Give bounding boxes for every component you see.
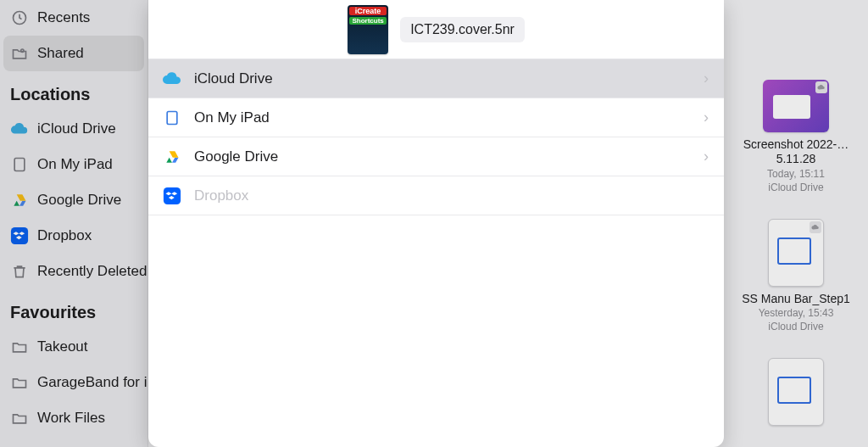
location-label: On My iPad [194, 109, 692, 126]
location-label: iCloud Drive [194, 70, 692, 87]
google-drive-icon [162, 147, 182, 167]
location-row-icloud-drive[interactable]: iCloud Drive › [148, 59, 724, 98]
folder-icon [10, 373, 29, 392]
file-thumbnail [768, 219, 824, 287]
sheet-header: iCreate Shortcuts ICT239.cover.5nr [148, 0, 724, 59]
ipad-icon [162, 108, 182, 128]
sidebar-item-garageband[interactable]: GarageBand for i [0, 365, 147, 400]
cloud-status-icon [815, 81, 827, 93]
sidebar-item-label: Recents [37, 9, 90, 26]
svg-rect-4 [167, 111, 177, 124]
file-name: SS Manu Bar_Step1 [742, 292, 850, 306]
sidebar-item-label: Google Drive [37, 192, 121, 209]
sidebar-item-dropbox[interactable]: Dropbox [0, 218, 147, 254]
shared-folder-icon [10, 44, 29, 63]
location-row-dropbox: Dropbox [148, 176, 724, 215]
sidebar-item-icloud-drive[interactable]: iCloud Drive [0, 111, 147, 147]
save-location-sheet: iCreate Shortcuts ICT239.cover.5nr iClou… [148, 0, 724, 447]
location-label: Google Drive [194, 148, 692, 165]
file-location: iCloud Drive [768, 182, 823, 193]
sidebar-item-shared[interactable]: Shared [3, 36, 144, 71]
file-thumbnail [768, 358, 824, 426]
svg-rect-3 [11, 227, 28, 244]
cloud-status-icon [810, 221, 821, 233]
sidebar-item-label: On My iPad [37, 156, 113, 173]
ipad-icon [10, 155, 29, 174]
svg-rect-5 [164, 187, 181, 204]
chevron-right-icon: › [704, 148, 709, 165]
section-header-locations: Locations [0, 71, 147, 111]
trash-icon [10, 262, 29, 281]
section-header-favourites: Favourites [0, 289, 147, 329]
file-item-ss-manu[interactable]: SS Manu Bar_Step1 Yesterday, 15:43 iClou… [729, 219, 863, 333]
clock-icon [10, 8, 29, 27]
file-name-field[interactable]: ICT239.cover.5nr [400, 17, 525, 42]
sidebar-item-recents[interactable]: Recents [0, 0, 147, 36]
folder-icon [10, 409, 29, 427]
svg-point-1 [21, 49, 24, 52]
file-cover-thumbnail: iCreate Shortcuts [348, 5, 388, 54]
sidebar-item-label: Takeout [37, 338, 88, 355]
location-list: iCloud Drive › On My iPad › Google Drive… [148, 59, 724, 215]
sidebar-item-label: iCloud Drive [37, 120, 116, 137]
file-grid: Screenshot 2022-…5.11.28 Today, 15:11 iC… [724, 0, 868, 447]
sidebar-item-work-files[interactable]: Work Files [0, 400, 147, 436]
sidebar-item-label: Shared [37, 45, 84, 62]
icloud-icon [162, 69, 182, 89]
sidebar-item-google-drive[interactable]: Google Drive [0, 182, 147, 218]
svg-rect-2 [14, 159, 25, 171]
file-date: Yesterday, 15:43 [759, 307, 834, 319]
file-date: Today, 15:11 [767, 168, 825, 180]
google-drive-icon [10, 191, 29, 210]
file-item-screenshot[interactable]: Screenshot 2022-…5.11.28 Today, 15:11 iC… [729, 80, 863, 193]
location-row-google-drive[interactable]: Google Drive › [148, 137, 724, 176]
dropbox-icon [162, 186, 182, 206]
folder-icon [10, 338, 29, 356]
sidebar-item-takeout[interactable]: Takeout [0, 329, 147, 365]
file-name: Screenshot 2022-…5.11.28 [729, 137, 863, 166]
sidebar-item-label: Dropbox [37, 227, 92, 244]
chevron-right-icon: › [704, 109, 709, 126]
dropbox-icon [10, 226, 29, 245]
location-row-on-my-ipad[interactable]: On My iPad › [148, 98, 724, 137]
sidebar-item-label: GarageBand for i [37, 374, 147, 391]
icloud-icon [10, 120, 29, 138]
sidebar-item-label: Work Files [37, 410, 105, 427]
sidebar-item-on-my-ipad[interactable]: On My iPad [0, 147, 147, 182]
location-label: Dropbox [194, 187, 709, 204]
chevron-right-icon: › [704, 70, 709, 87]
file-item-partial[interactable] [729, 358, 863, 426]
file-thumbnail [763, 80, 829, 132]
sidebar-item-label: Recently Deleted [37, 263, 147, 280]
file-location: iCloud Drive [768, 321, 823, 332]
sidebar-item-recently-deleted[interactable]: Recently Deleted [0, 254, 147, 289]
sidebar: Recents Shared Locations iCloud Drive On… [0, 0, 148, 447]
